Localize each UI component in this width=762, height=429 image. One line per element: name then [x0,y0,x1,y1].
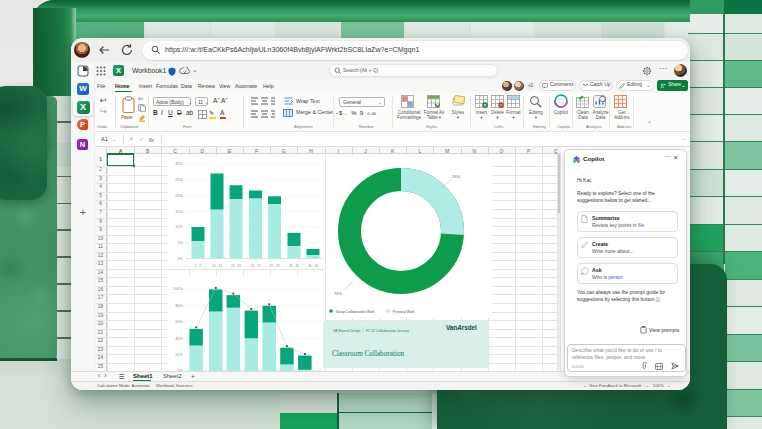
svg-text:25%: 25% [175,177,183,182]
svg-text:20 - 24: 20 - 24 [251,264,261,268]
svg-text:FY 22 Collaboration Journey: FY 22 Collaboration Journey [366,329,409,333]
svg-text:0%: 0% [177,256,183,261]
svg-text:VanArsdel: VanArsdel [446,324,477,331]
svg-text:0%: 0% [177,368,183,371]
svg-text:Personal Work: Personal Work [393,310,415,314]
svg-text:5 - 9: 5 - 9 [195,264,202,268]
svg-text:Classroom Collaboration: Classroom Collaboration [332,350,404,358]
svg-text:10%: 10% [175,224,183,229]
svg-text:15%: 15% [175,209,183,214]
svg-text:80%: 80% [175,303,183,308]
svg-text:10 - 14: 10 - 14 [212,264,222,268]
svg-text:Group Collaboration Work: Group Collaboration Work [336,310,375,314]
svg-text:20%: 20% [175,352,183,357]
svg-text:100%: 100% [173,286,183,291]
svg-text:36 - 40: 36 - 40 [308,264,318,268]
svg-text:60%: 60% [175,319,183,324]
svg-text:74%: 74% [334,291,342,296]
svg-text:15 - 19: 15 - 19 [231,264,241,268]
svg-text:30 - 35: 30 - 35 [289,264,299,268]
svg-text:26%: 26% [452,174,460,179]
svg-text:40%: 40% [175,336,183,341]
svg-text:VA Shared Design: VA Shared Design [333,329,361,333]
svg-text:25 - 29: 25 - 29 [270,264,280,268]
svg-text:30%: 30% [175,161,183,166]
svg-text:5%: 5% [177,240,183,245]
svg-text:20%: 20% [175,193,183,198]
